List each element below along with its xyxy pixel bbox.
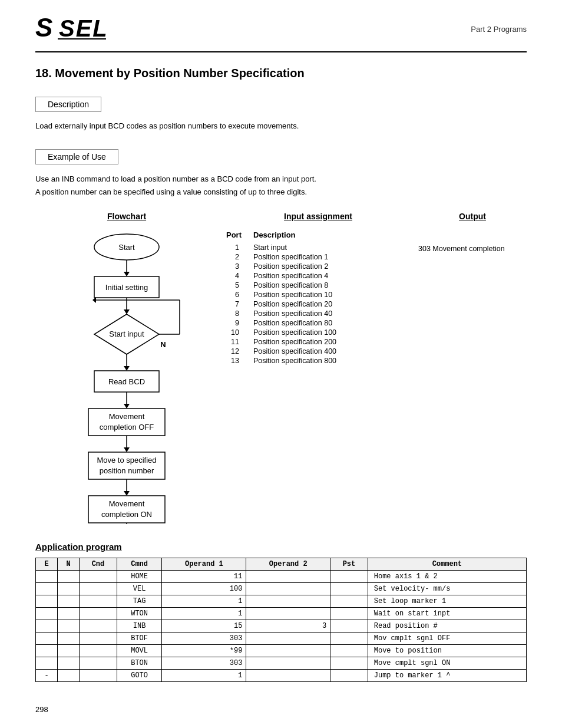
cnd-cell — [80, 582, 117, 595]
input-assignment-title: Input assignment — [218, 212, 418, 221]
e-cell — [36, 582, 58, 595]
svg-text:Start input: Start input — [109, 330, 144, 338]
program-table-row: HOME 11 Home axis 1 & 2 — [36, 570, 527, 582]
flowchart-svg: Start Initial setting Start input N — [56, 229, 197, 524]
program-table-row: BTON 303 Move cmplt sgnl ON — [36, 657, 527, 669]
svg-text:S: S — [35, 13, 54, 41]
n-cell — [58, 644, 80, 657]
output-title: Output — [418, 212, 527, 221]
input-table-row: 12Position specification 400 — [224, 347, 346, 356]
pst-cell — [330, 582, 368, 595]
col-comment: Comment — [368, 558, 526, 570]
cmnd-cell: MOVL — [117, 644, 162, 657]
col-cnd: Cnd — [80, 558, 117, 570]
comment-cell: Move to position — [368, 644, 526, 657]
input-table-row: 6Position specification 10 — [224, 290, 346, 299]
desc-cell: Start input — [251, 243, 346, 252]
col-n: N — [58, 558, 80, 570]
page-header: S SEL Part 2 Programs — [35, 12, 527, 52]
flowchart-column: Flowchart Start Initial setting Start in… — [35, 212, 218, 524]
svg-text:Read BCD: Read BCD — [108, 377, 145, 386]
port-cell: 4 — [224, 271, 251, 281]
port-cell: 12 — [224, 347, 251, 356]
input-table-row: 7Position specification 20 — [224, 299, 346, 309]
svg-text:completion ON: completion ON — [101, 510, 152, 519]
comment-cell: Move cmplt sgnl ON — [368, 657, 526, 669]
op1-cell: 1 — [162, 669, 246, 681]
op2-cell — [246, 644, 330, 657]
svg-text:Start: Start — [118, 243, 135, 252]
pst-cell — [330, 632, 368, 644]
app-program-title: Application program — [35, 542, 527, 552]
page: S SEL Part 2 Programs 18. Movement by Po… — [0, 0, 562, 728]
cnd-cell — [80, 607, 117, 620]
op2-cell — [246, 582, 330, 595]
op2-cell — [246, 632, 330, 644]
logo: S SEL — [35, 12, 106, 47]
pst-cell — [330, 620, 368, 632]
input-table-row: 1Start input — [224, 243, 346, 252]
desc-cell: Position specification 2 — [251, 262, 346, 271]
program-table-row: MOVL *99 Move to position — [36, 644, 527, 657]
svg-text:Initial setting: Initial setting — [105, 283, 148, 292]
description-section: Description Load externally input BCD co… — [35, 97, 527, 133]
op1-cell: 1 — [162, 607, 246, 620]
n-cell — [58, 620, 80, 632]
input-assignment-column: Input assignment Port Description 1Start… — [218, 212, 418, 365]
input-table-row: 11Position specification 200 — [224, 337, 346, 347]
e-cell — [36, 644, 58, 657]
col-operand2: Operand 2 — [246, 558, 330, 570]
svg-text:Movement: Movement — [109, 499, 145, 508]
application-program-section: Application program E N Cnd Cmnd Operand… — [35, 542, 527, 682]
col-header-port: Port — [224, 229, 251, 243]
port-cell: 6 — [224, 290, 251, 299]
comment-cell: Jump to marker 1 ^ — [368, 669, 526, 681]
output-column: Output 303 Movement completion — [418, 212, 527, 253]
op2-cell — [246, 607, 330, 620]
comment-cell: Wait on start inpt — [368, 607, 526, 620]
program-table-row: WTON 1 Wait on start inpt — [36, 607, 527, 620]
comment-cell: Read position # — [368, 620, 526, 632]
cnd-cell — [80, 644, 117, 657]
svg-text:Movement: Movement — [109, 412, 145, 421]
n-cell — [58, 607, 80, 620]
program-table-row: TAG 1 Set loop marker 1 — [36, 595, 527, 607]
port-cell: 7 — [224, 299, 251, 309]
svg-text:SEL: SEL — [59, 15, 106, 41]
example-line1: Use an INB command to load a position nu… — [35, 173, 527, 186]
n-cell — [58, 669, 80, 681]
pst-cell — [330, 657, 368, 669]
input-table-row: 4Position specification 4 — [224, 271, 346, 281]
cmnd-cell: INB — [117, 620, 162, 632]
op2-cell — [246, 595, 330, 607]
port-cell: 1 — [224, 243, 251, 252]
program-table-row: BTOF 303 Mov cmplt sgnl OFF — [36, 632, 527, 644]
cnd-cell — [80, 669, 117, 681]
op1-cell: 15 — [162, 620, 246, 632]
desc-cell: Position specification 800 — [251, 356, 346, 365]
cnd-cell — [80, 570, 117, 582]
desc-cell: Position specification 1 — [251, 252, 346, 262]
svg-marker-19 — [124, 366, 130, 371]
op1-cell: *99 — [162, 644, 246, 657]
port-cell: 9 — [224, 318, 251, 328]
svg-text:Move to specified: Move to specified — [97, 456, 156, 465]
col-cmnd: Cmnd — [117, 558, 162, 570]
diagram-area: Flowchart Start Initial setting Start in… — [35, 212, 527, 524]
program-table-row: - GOTO 1 Jump to marker 1 ^ — [36, 669, 527, 681]
svg-text:position number: position number — [100, 466, 154, 475]
comment-cell: Home axis 1 & 2 — [368, 570, 526, 582]
port-cell: 5 — [224, 281, 251, 290]
col-header-desc: Description — [251, 229, 346, 243]
e-cell — [36, 570, 58, 582]
svg-marker-23 — [124, 404, 130, 409]
input-table-row: 8Position specification 40 — [224, 309, 346, 318]
e-cell: - — [36, 669, 58, 681]
cnd-cell — [80, 620, 117, 632]
port-cell: 10 — [224, 328, 251, 337]
flowchart-title: Flowchart — [35, 212, 218, 221]
op2-cell — [246, 657, 330, 669]
cnd-cell — [80, 632, 117, 644]
input-table-row: 9Position specification 80 — [224, 318, 346, 328]
comment-cell: Set velocity- mm/s — [368, 582, 526, 595]
